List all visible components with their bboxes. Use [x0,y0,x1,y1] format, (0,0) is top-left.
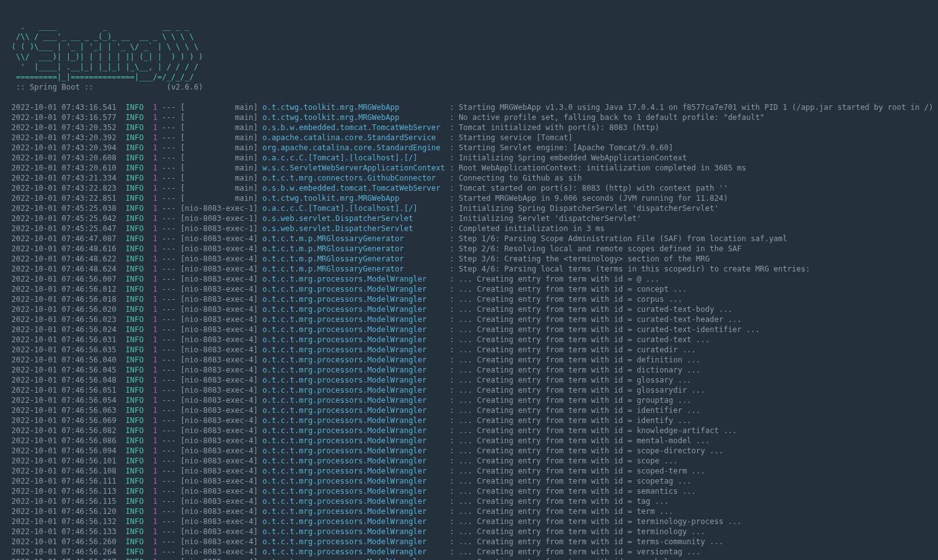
log-logger: o.apache.catalina.core.StandardService [262,133,445,142]
log-message: Step 1/6: Parsing Scope Administration F… [459,234,787,243]
log-line: 2022-10-01 07:46:56.024 INFO 1 --- [nio-… [11,325,927,335]
log-line: 2022-10-01 07:43:22.823 INFO 1 --- [ mai… [11,183,927,193]
log-pid: 1 [153,527,157,536]
log-thread: [nio-8083-exec-4] [180,467,258,475]
log-pid: 1 [153,204,157,213]
log-level: INFO [126,315,148,324]
log-level: INFO [126,517,148,526]
log-logger: o.t.c.t.m.p.MRGlossaryGenerator [262,244,445,253]
log-colon: : [450,436,454,445]
log-colon: : [450,224,454,233]
log-level: INFO [126,467,148,475]
log-colon: : [450,133,454,142]
log-thread: [ main] [180,194,258,203]
log-line: 2022-10-01 07:46:48.616 INFO 1 --- [nio-… [11,244,927,254]
log-pid: 1 [153,547,157,556]
log-line: 2022-10-01 07:46:56.023 INFO 1 --- [nio-… [11,314,927,325]
log-line: 2022-10-01 07:46:56.115 INFO 1 --- [nio-… [11,496,927,506]
log-colon: : [450,335,454,344]
log-message: ... Creating entry from term with id = t… [459,517,742,526]
log-colon: : [450,305,454,314]
log-colon: : [450,153,454,162]
log-message: ... Creating entry from term with id = c… [459,325,760,334]
log-dash: --- [162,487,176,496]
log-logger: o.s.web.servlet.DispatcherServlet [262,224,445,233]
log-pid: 1 [153,254,157,263]
log-logger: o.t.c.t.mrg.processors.ModelWrangler [262,527,445,536]
log-level: INFO [126,113,148,122]
log-line: 2022-10-01 07:46:56.133 INFO 1 --- [nio-… [11,527,927,537]
log-line: 2022-10-01 07:46:56.045 INFO 1 --- [nio-… [11,365,927,375]
log-timestamp: 2022-10-01 07:43:20.610 [11,164,116,172]
log-logger: o.t.c.t.mrg.processors.ModelWrangler [262,477,445,486]
log-thread: [ main] [180,113,258,122]
log-level: INFO [126,234,148,243]
log-message: Step 2/6: Resolving local and remote sco… [459,244,742,253]
log-dash: --- [162,467,176,475]
log-pid: 1 [153,184,157,193]
log-level: INFO [126,396,148,405]
log-level: INFO [126,204,148,213]
log-message: Root WebApplicationContext: initializati… [459,164,746,172]
log-pid: 1 [153,426,157,435]
log-logger: o.t.c.t.mrg.processors.ModelWrangler [262,335,445,344]
log-colon: : [450,345,454,354]
log-dash: --- [162,305,176,314]
log-colon: : [450,527,454,536]
log-thread: [nio-8083-exec-4] [180,234,258,243]
log-pid: 1 [153,416,157,425]
log-level: INFO [126,103,148,112]
log-thread: [nio-8083-exec-4] [180,446,258,455]
log-dash: --- [162,204,176,213]
log-level: INFO [126,497,148,506]
log-colon: : [450,456,454,465]
log-message: ... Creating entry from term with id = t… [459,537,723,546]
log-level: INFO [126,355,148,364]
log-message: Step 3/6: Creating the <terminology> sec… [459,254,709,263]
log-pid: 1 [153,265,157,273]
log-pid: 1 [153,305,157,314]
log-line: 2022-10-01 07:46:56.267 INFO 1 --- [nio-… [11,557,927,560]
log-logger: o.t.c.t.mrg.processors.ModelWrangler [262,487,445,496]
log-timestamp: 2022-10-01 07:46:56.111 [11,477,116,486]
log-colon: : [450,467,454,475]
log-pid: 1 [153,143,157,152]
log-timestamp: 2022-10-01 07:46:56.267 [11,557,116,560]
log-timestamp: 2022-10-01 07:46:56.082 [11,426,116,435]
log-pid: 1 [153,497,157,506]
log-timestamp: 2022-10-01 07:46:56.086 [11,436,116,445]
log-dash: --- [162,143,176,152]
log-logger: o.t.c.t.mrg.processors.ModelWrangler [262,507,445,516]
log-level: INFO [126,487,148,496]
log-level: INFO [126,123,148,132]
log-pid: 1 [153,366,157,374]
log-level: INFO [126,184,148,193]
log-thread: [ main] [180,174,258,182]
log-level: INFO [126,366,148,374]
log-dash: --- [162,254,176,263]
log-dash: --- [162,153,176,162]
log-timestamp: 2022-10-01 07:46:48.624 [11,265,116,273]
log-message: ... Creating entry from term with id = s… [459,477,691,486]
log-colon: : [450,275,454,283]
log-thread: [nio-8083-exec-1] [180,204,258,213]
log-thread: [nio-8083-exec-4] [180,557,258,560]
log-timestamp: 2022-10-01 07:46:56.012 [11,285,116,294]
log-message: ... Creating entry from term with id = d… [459,355,700,364]
log-pid: 1 [153,315,157,324]
log-logger: o.t.c.t.mrg.processors.ModelWrangler [262,416,445,425]
log-level: INFO [126,426,148,435]
log-line: 2022-10-01 07:43:20.394 INFO 1 --- [ mai… [11,143,927,153]
log-thread: [nio-8083-exec-4] [180,275,258,283]
log-logger: o.s.b.w.embedded.tomcat.TomcatWebServer [262,123,445,132]
log-thread: [ main] [180,164,258,172]
log-level: INFO [126,285,148,294]
log-logger: o.t.c.t.mrg.processors.ModelWrangler [262,456,445,465]
log-thread: [nio-8083-exec-4] [180,517,258,526]
log-line: 2022-10-01 07:46:56.040 INFO 1 --- [nio-… [11,355,927,365]
log-message: ... Creating entry from term with id = t… [459,507,673,516]
log-pid: 1 [153,436,157,445]
log-level: INFO [126,305,148,314]
log-thread: [nio-8083-exec-4] [180,376,258,384]
log-timestamp: 2022-10-01 07:46:56.051 [11,386,116,395]
